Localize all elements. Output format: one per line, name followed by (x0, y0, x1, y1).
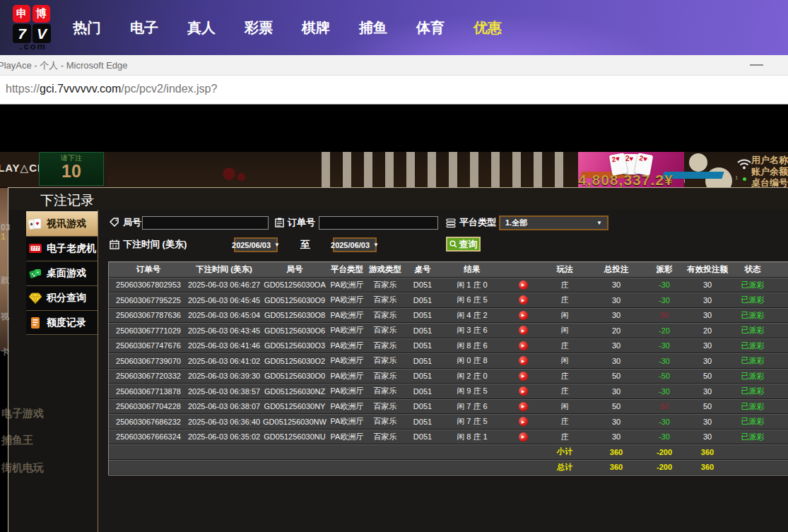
subtotal-row-payout: -200 (645, 448, 684, 456)
cell-play: 闲 (541, 310, 588, 321)
round-number-label: 局号 (110, 216, 141, 229)
background-fragment: 1 (1, 232, 6, 242)
order-number-input[interactable] (319, 216, 438, 230)
sidebar-item-label: 视讯游戏 (47, 218, 86, 230)
platform-type-select[interactable]: 1.全部 ▼ (499, 215, 608, 230)
replay-play-icon[interactable]: ▶ (519, 295, 528, 305)
column-header-result: 结果 (440, 264, 505, 275)
search-button[interactable]: 查询 (446, 237, 481, 252)
replay-play-icon[interactable]: ▶ (519, 432, 528, 442)
cell-result: 闲 1 庄 0 (440, 280, 505, 290)
round-number-input[interactable] (142, 216, 269, 230)
nav-item-slots[interactable]: 电子 (130, 18, 158, 37)
sidebar-item-quota-records[interactable]: 额度记录 (26, 310, 98, 335)
nav-item-chess[interactable]: 棋牌 (302, 18, 330, 37)
cell-round: GD051256030OA (260, 280, 329, 289)
column-header-status: 状态 (731, 264, 775, 275)
nav-item-promo[interactable]: 优惠 (474, 18, 502, 37)
background-fragment: 卡 (1, 346, 9, 358)
cell-game: 百家乐 (365, 416, 406, 427)
underlying-nav-item: 捕鱼王 (1, 434, 33, 447)
cell-replay: ▶ (505, 311, 541, 320)
ledger-icon (28, 316, 42, 330)
nav-item-live[interactable]: 真人 (187, 18, 216, 37)
minimize-button[interactable] (750, 64, 763, 66)
table-row: 2506030678029532025-06-03 06:46:27GD0512… (109, 278, 788, 293)
cell-platform: PA欧洲厅 (329, 295, 365, 305)
replay-play-icon[interactable]: ▶ (519, 372, 528, 381)
sidebar-item-slot-machines[interactable]: 777电子老虎机 (26, 236, 98, 261)
site-logo[interactable]: 申 博 7 V .com (13, 5, 54, 52)
column-header-total: 总投注 (588, 264, 645, 275)
sidebar-item-video-games[interactable]: ♥♠视讯游戏 (26, 211, 108, 236)
replay-play-icon[interactable]: ▶ (519, 311, 528, 320)
table-row: 2506030677138782025-06-03 06:38:57GD0512… (109, 384, 788, 399)
decor-circle (223, 167, 235, 180)
cell-time: 2025-06-03 06:43:45 (188, 326, 260, 335)
date-from-value: 2025/06/03 (232, 241, 271, 249)
date-to-value: 2025/06/03 (331, 241, 370, 249)
nav-item-sports[interactable]: 体育 (416, 18, 445, 37)
chevron-down-icon: ▼ (373, 242, 379, 248)
cell-payout: -20 (645, 326, 684, 335)
nav-item-fishing[interactable]: 捕鱼 (359, 18, 387, 37)
column-header-time: 下注时间 (美东) (188, 264, 260, 275)
cell-payout: -30 (645, 418, 684, 426)
modal-sidebar-menu: ♥♠视讯游戏777电子老虎机桌面游戏积分查询额度记录 (26, 211, 98, 335)
page-content: LAY△CE 请下注 10 2♥2♥2♥ 4,808,337.2¥ 1 用户名称… (0, 105, 788, 532)
user-info-block: 用户名称: 40 账户余额: 6.1 桌台编号: 百 (751, 155, 788, 187)
cell-replay: ▶ (505, 386, 541, 396)
column-header-table: 桌号 (406, 264, 440, 275)
nav-item-lottery[interactable]: 彩票 (245, 18, 273, 37)
cell-round: GD051256030NW (260, 418, 329, 426)
subtotal-row-total: 360 (588, 448, 645, 456)
bet-time-label: 下注时间 (美东) (110, 238, 187, 251)
cell-result: 闲 7 庄 5 (440, 416, 505, 427)
replay-play-icon[interactable]: ▶ (519, 417, 528, 426)
replay-play-icon[interactable]: ▶ (519, 326, 528, 335)
betting-records-modal: 下注记录 ♥♠视讯游戏777电子老虎机桌面游戏积分查询额度记录 局号 订单号 (8, 187, 788, 532)
cell-order: 250603067771029 (109, 326, 188, 335)
replay-play-icon[interactable]: ▶ (519, 280, 528, 290)
cell-order: 250603067747676 (109, 341, 188, 350)
order-number-label: 订单号 (275, 216, 315, 229)
grandtotal-row-play: 总计 (541, 462, 588, 473)
cell-valid: 30 (684, 418, 731, 426)
cell-payout: -30 (645, 357, 684, 365)
sidebar-item-table-games[interactable]: 桌面游戏 (26, 261, 98, 285)
modal-body: ♥♠视讯游戏777电子老虎机桌面游戏积分查询额度记录 局号 订单号 平台类型 (8, 210, 788, 532)
top-nav-bar: 申 博 7 V .com 热门电子真人彩票棋牌捕鱼体育优惠 (0, 0, 788, 55)
sidebar-item-points-query[interactable]: 积分查询 (26, 285, 98, 310)
cell-result: 闲 8 庄 1 (440, 432, 505, 442)
bet-timer-value: 10 (40, 163, 103, 179)
cell-platform: PA欧洲厅 (329, 386, 365, 396)
url-text[interactable]: https://gci.7vvvvvv.com/pc/pcv2/index.js… (6, 83, 217, 95)
user-name-label: 用户名称: (751, 155, 788, 165)
gem-icon (28, 291, 42, 305)
cell-result: 闲 8 庄 6 (440, 341, 505, 351)
cell-table: D051 (406, 341, 440, 350)
cards-icon: ♥♠ (28, 217, 42, 231)
logo-char-7: 7 (13, 24, 31, 43)
subtotal-row-play: 小计 (541, 447, 588, 457)
cell-platform: PA欧洲厅 (329, 432, 365, 442)
cell-replay: ▶ (505, 417, 541, 426)
grandtotal-row-total: 360 (588, 463, 645, 471)
cell-total: 50 (588, 402, 645, 410)
dice-icon (28, 266, 42, 280)
date-to-select[interactable]: 2025/06/03 ▼ (333, 237, 377, 252)
cell-total: 30 (588, 432, 645, 441)
date-from-select[interactable]: 2025/06/03 ▼ (234, 237, 278, 252)
address-bar[interactable]: https://gci.7vvvvvv.com/pc/pcv2/index.js… (0, 76, 788, 105)
platform-type-value: 1.全部 (505, 218, 527, 228)
replay-play-icon[interactable]: ▶ (519, 341, 528, 350)
replay-play-icon[interactable]: ▶ (519, 402, 528, 411)
chevron-down-icon: ▼ (596, 220, 602, 226)
cell-play: 闲 (541, 355, 588, 366)
replay-play-icon[interactable]: ▶ (519, 386, 528, 396)
cell-status: 已派彩 (731, 325, 775, 336)
sidebar-item-label: 电子老虎机 (47, 242, 96, 255)
decor-circle (237, 173, 245, 181)
replay-play-icon[interactable]: ▶ (519, 356, 528, 365)
nav-item-hot[interactable]: 热门 (73, 18, 101, 37)
